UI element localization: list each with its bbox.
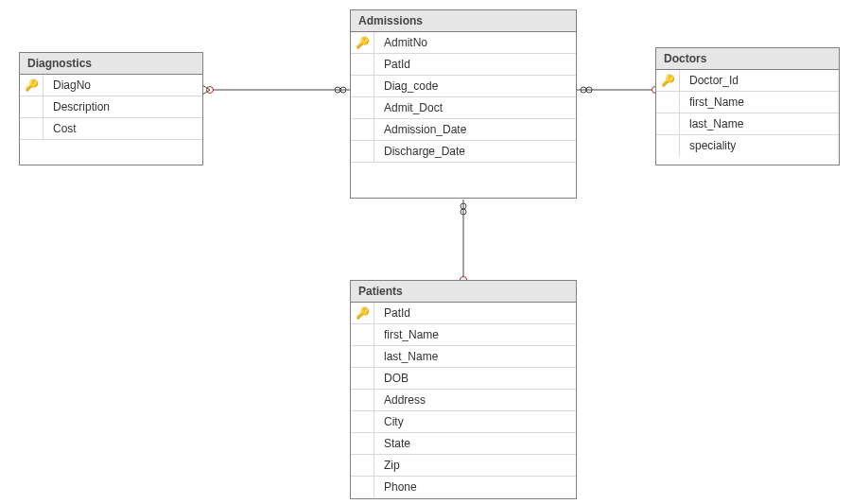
- column-name: first_Name: [680, 96, 839, 109]
- entity-admissions[interactable]: Admissions 🔑 AdmitNo PatId Diag_code Adm…: [350, 9, 577, 199]
- entity-admissions-title: Admissions: [351, 10, 576, 32]
- table-row: 🔑 Doctor_Id: [656, 70, 839, 92]
- table-row: City: [351, 411, 576, 433]
- svg-point-1: [207, 87, 214, 94]
- table-row: Phone: [351, 477, 576, 497]
- table-row: Description: [20, 96, 202, 118]
- entity-doctors-title: Doctors: [656, 48, 839, 70]
- table-row: last_Name: [351, 346, 576, 368]
- entity-patients[interactable]: Patients 🔑 PatId first_Name last_Name DO…: [350, 280, 577, 499]
- table-row: Admit_Doct: [351, 97, 576, 119]
- table-row: Cost: [20, 118, 202, 139]
- table-row: Admission_Date: [351, 119, 576, 141]
- column-name: first_Name: [374, 328, 576, 341]
- column-name: speciality: [680, 139, 839, 152]
- column-name: DiagNo: [43, 78, 202, 92]
- table-row: last_Name: [656, 113, 839, 135]
- table-row: State: [351, 433, 576, 455]
- table-row: Diag_code: [351, 76, 576, 97]
- column-name: PatId: [374, 306, 576, 320]
- svg-point-5: [581, 87, 586, 93]
- table-row: DOB: [351, 368, 576, 390]
- column-name: Admission_Date: [374, 123, 576, 136]
- column-name: last_Name: [680, 117, 839, 130]
- column-name: Diag_code: [374, 79, 576, 93]
- table-row: 🔑 DiagNo: [20, 75, 202, 96]
- column-name: Admit_Doct: [374, 101, 576, 114]
- entity-patients-title: Patients: [351, 281, 576, 303]
- table-row: Zip: [351, 455, 576, 477]
- column-name: PatId: [374, 58, 576, 71]
- column-name: Description: [43, 100, 202, 113]
- table-row: 🔑 AdmitNo: [351, 32, 576, 54]
- column-name: Discharge_Date: [374, 145, 576, 158]
- svg-point-3: [340, 87, 346, 93]
- table-row: PatId: [351, 54, 576, 76]
- svg-point-6: [586, 87, 592, 93]
- entity-diagnostics-title: Diagnostics: [20, 53, 202, 75]
- svg-point-10: [461, 209, 466, 215]
- entity-diagnostics[interactable]: Diagnostics 🔑 DiagNo Description Cost: [19, 52, 203, 165]
- pk-icon: 🔑: [661, 74, 675, 87]
- column-name: Cost: [43, 122, 202, 135]
- column-name: State: [374, 437, 576, 450]
- column-name: last_Name: [374, 350, 576, 363]
- table-row: 🔑 PatId: [351, 303, 576, 324]
- svg-point-9: [461, 203, 466, 209]
- column-name: Zip: [374, 459, 576, 472]
- column-name: AdmitNo: [374, 36, 576, 49]
- svg-point-2: [335, 87, 340, 93]
- table-row: first_Name: [351, 324, 576, 346]
- column-name: Address: [374, 393, 576, 407]
- column-name: DOB: [374, 372, 576, 385]
- entity-doctors[interactable]: Doctors 🔑 Doctor_Id first_Name last_Name…: [655, 47, 840, 165]
- pk-icon: 🔑: [356, 36, 370, 49]
- table-row: Address: [351, 390, 576, 411]
- column-name: City: [374, 415, 576, 428]
- pk-icon: 🔑: [25, 78, 39, 92]
- table-row: speciality: [656, 135, 839, 156]
- pk-icon: 🔑: [356, 306, 370, 320]
- column-name: Doctor_Id: [680, 74, 839, 87]
- table-row: Discharge_Date: [351, 141, 576, 162]
- table-row: first_Name: [656, 92, 839, 113]
- column-name: Phone: [374, 480, 576, 494]
